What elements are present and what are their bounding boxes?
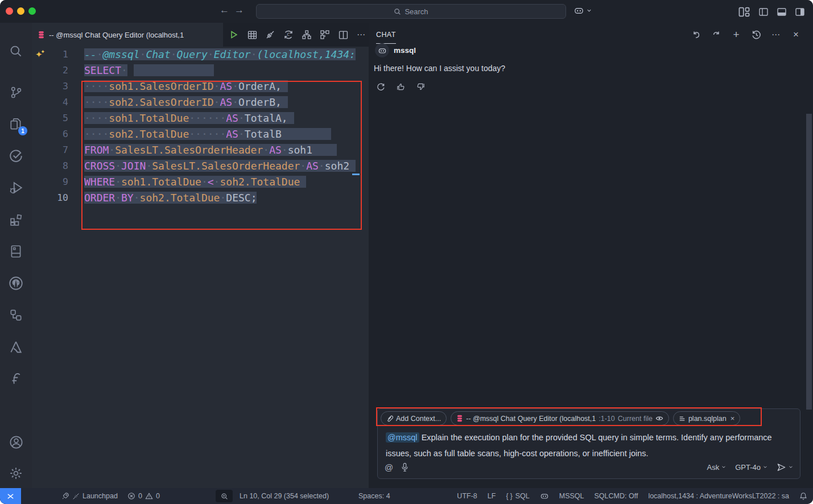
maximize-window-button[interactable] [28,7,36,15]
code-token: · [208,48,214,60]
change-connection-icon[interactable]: C [282,28,295,41]
chat-close-icon[interactable]: × [790,29,802,40]
close-window-button[interactable] [6,7,13,15]
sidebar-item-github[interactable] [0,271,32,296]
chat-scrollbar[interactable] [806,114,812,410]
code-token: < [208,176,214,188]
current-file-chip[interactable]: -- @mssql Chat Query Editor (localhost,1… [451,411,669,425]
code-token: AS [269,144,282,156]
encoding-indicator[interactable]: UTF-8 [457,492,477,500]
more-actions-icon[interactable]: ⋯ [355,28,368,41]
sidebar-item-explorer[interactable]: 1 [0,111,32,137]
sidebar-item-run-debug[interactable] [0,175,32,200]
send-icon [777,462,786,472]
editor-tab-title: -- @mssql Chat Query Editor (localhost,1 [49,31,184,39]
code-token: · [115,176,121,188]
toggle-sidebar-right-icon[interactable] [795,7,805,17]
remove-chip-icon[interactable]: × [731,414,735,423]
enable-actual-plan-icon[interactable] [319,28,331,41]
code-token [134,64,214,76]
code-token: · [238,112,245,124]
model-selector[interactable]: GPT-4o [735,463,767,472]
sqlcmd-indicator[interactable]: SQLCMD: Off [595,492,638,500]
line-number: 9 [32,174,68,190]
code-line[interactable]: ····soh2.SalesOrderID·AS·OrderB, [84,94,369,110]
chat-input-text[interactable]: @mssql Explain the execution plan for th… [386,429,793,461]
estimated-plan-icon[interactable] [300,28,313,41]
connection-indicator[interactable]: localhost,1434 : AdventureWorksLT2022 : … [648,492,789,500]
add-context-chip[interactable]: Add Context... [381,411,447,425]
results-grid-icon[interactable] [246,28,258,41]
code-token: soh2.TotalDue [140,192,220,204]
thumbs-up-icon[interactable] [395,81,406,92]
sidebar-item-extensions[interactable] [0,207,32,232]
plan-file-chip[interactable]: plan.sqlplan × [673,411,740,425]
error-count: 0 [138,492,142,500]
sidebar-item-search[interactable] [0,39,32,64]
encoding-label: UTF-8 [457,492,477,500]
code-line[interactable]: CROSS·JOIN·SalesLT.SalesOrderHeader·AS·s… [84,158,369,174]
copilot-status-button[interactable] [540,491,549,501]
microphone-icon[interactable] [401,462,408,472]
problems-button[interactable]: 0 0 [127,488,160,504]
run-query-button[interactable] [228,28,240,41]
customize-layout-icon[interactable] [738,6,750,18]
redo-icon[interactable] [711,29,722,40]
sidebar-item-source-control[interactable] [0,80,32,105]
code-line[interactable]: FROM·SalesLT.SalesOrderHeader·AS·soh1 [84,142,369,158]
remote-indicator[interactable] [0,488,21,504]
new-chat-icon[interactable]: + [731,29,742,40]
chat-more-icon[interactable]: ⋯ [770,29,782,40]
chat-message-author: mssql [394,46,416,55]
disconnect-icon[interactable] [264,28,276,41]
editor-tab[interactable]: -- @mssql Chat Query Editor (localhost,1 [32,23,223,47]
thumbs-down-icon[interactable] [415,81,426,92]
chat-input-container[interactable]: Add Context... -- @mssql Chat Query Edit… [377,408,800,479]
cursor-position[interactable]: Ln 10, Col 29 (354 selected) [240,488,329,504]
navigate-forward-icon[interactable]: → [234,5,244,16]
account-icon [9,435,24,450]
zoom-indicator[interactable] [216,490,233,502]
launchpad-label: Launchpad [82,492,118,500]
code-line[interactable]: ····soh2.TotalDue······AS·TotalB [84,126,369,142]
mode-selector[interactable]: Ask [707,463,727,472]
indentation-indicator[interactable]: Spaces: 4 [358,488,390,504]
regenerate-icon[interactable] [375,81,386,92]
notifications-button[interactable] [799,492,807,501]
send-button[interactable] [777,462,793,472]
code-line[interactable]: ORDER·BY·soh2.TotalDue·DESC; [84,190,369,206]
code-line[interactable]: ····soh1.SalesOrderID·AS·OrderA, [84,79,369,94]
code-token: · [238,128,245,140]
code-line[interactable]: ····soh1.TotalDue······AS·TotalA, [84,110,369,126]
code-token: -- [84,48,97,60]
navigate-back-icon[interactable]: ← [220,5,229,16]
sidebar-item-testing[interactable] [0,143,32,168]
eye-icon[interactable] [655,415,663,422]
editor-pane[interactable]: ✦✦ 12345678910 --·@mssql·Chat·Query·Edit… [32,47,369,488]
mssql-indicator[interactable]: MSSQL [559,492,584,500]
sidebar-item-fabric[interactable] [0,366,32,391]
toggle-sidebar-left-icon[interactable] [758,7,769,17]
code-line[interactable]: --·@mssql·Chat·Query·Editor·(localhost,1… [84,47,369,63]
code-line[interactable]: SELECT· [84,63,369,79]
search-placeholder: Search [405,7,428,16]
chat-history-icon[interactable] [750,29,762,40]
copilot-menu-button[interactable] [573,5,592,16]
chat-message-actions [375,81,426,92]
language-mode-indicator[interactable]: { } SQL [506,492,529,500]
sidebar-item-database-projects[interactable] [0,303,32,328]
minimize-window-button[interactable] [17,7,24,15]
undo-icon[interactable] [691,29,702,40]
code-line[interactable]: WHERE·soh1.TotalDue·<·soh2.TotalDue [84,174,369,190]
command-center-search[interactable]: Search [256,4,566,19]
sidebar-item-notebook[interactable] [0,239,32,264]
sidebar-item-settings[interactable] [0,461,32,486]
split-editor-icon[interactable] [337,28,349,41]
chat-panel-tab[interactable]: CHAT [376,23,396,47]
eol-indicator[interactable]: LF [488,492,496,500]
launchpad-button[interactable]: Launchpad [61,488,118,504]
toggle-panel-bottom-icon[interactable] [777,7,787,17]
mention-button[interactable]: @ [385,462,393,472]
sidebar-item-accounts[interactable] [0,429,32,455]
sidebar-item-azure[interactable] [0,334,32,360]
